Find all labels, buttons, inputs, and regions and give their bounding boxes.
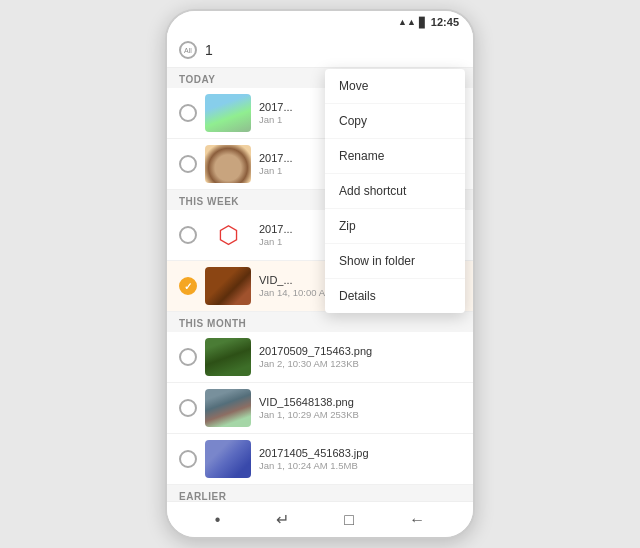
phone-frame: ▲▲ ▊ 12:45 All 1 TODAY 2017... Jan 1 <box>165 9 475 539</box>
menu-item-rename[interactable]: Rename <box>325 139 465 174</box>
context-menu: Move Copy Rename Add shortcut Zip Show i… <box>325 69 465 313</box>
menu-item-details[interactable]: Details <box>325 279 465 313</box>
status-icons: ▲▲ ▊ <box>398 17 427 28</box>
nav-square[interactable]: □ <box>344 511 354 529</box>
menu-item-add-shortcut[interactable]: Add shortcut <box>325 174 465 209</box>
signal-icon: ▲▲ <box>398 17 416 27</box>
bottom-nav: • ↵ □ ← <box>167 501 473 537</box>
menu-item-show-in-folder[interactable]: Show in folder <box>325 244 465 279</box>
nav-dot[interactable]: • <box>215 511 221 529</box>
status-bar: ▲▲ ▊ 12:45 <box>167 11 473 33</box>
nav-back[interactable]: ← <box>409 511 425 529</box>
clock: 12:45 <box>431 16 459 28</box>
menu-item-copy[interactable]: Copy <box>325 104 465 139</box>
content-area: All 1 TODAY 2017... Jan 1 2017... Jan 1 … <box>167 33 473 501</box>
battery-icon: ▊ <box>419 17 427 28</box>
menu-item-zip[interactable]: Zip <box>325 209 465 244</box>
nav-corner[interactable]: ↵ <box>276 510 289 529</box>
menu-item-move[interactable]: Move <box>325 69 465 104</box>
